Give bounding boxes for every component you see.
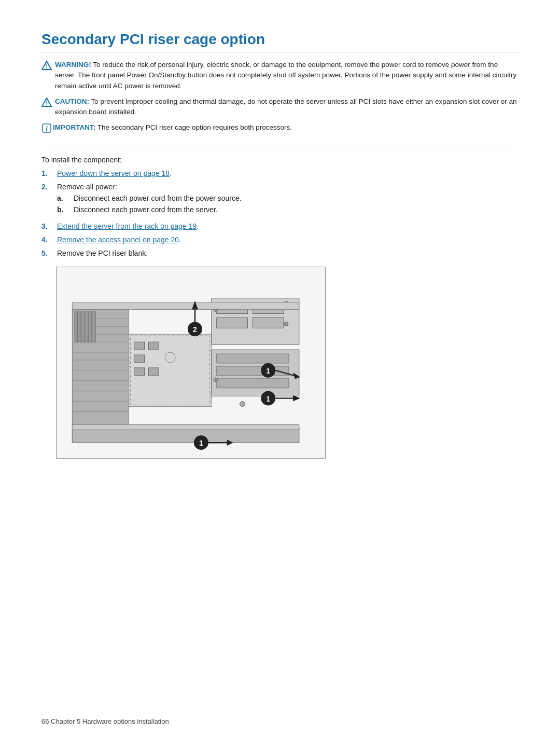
substep-2b-label: b. [57,205,74,214]
sub-steps-2: a. Disconnect each power cord from the p… [57,194,519,214]
substep-2b-text: Disconnect each power cord from the serv… [74,205,218,214]
svg-text:i: i [46,125,48,132]
steps-list: 1. Power down the server on page 18. 2. … [41,169,519,257]
svg-rect-29 [134,355,145,363]
svg-rect-42 [217,354,289,363]
substep-2a-text: Disconnect each power cord from the powe… [74,194,242,202]
svg-rect-30 [134,367,145,375]
svg-text:1: 1 [199,439,203,447]
step-1: 1. Power down the server on page 18. [41,169,519,177]
page-title: Secondary PCI riser cage option [41,31,519,52]
caution-label: CAUTION: [55,98,89,105]
server-diagram: 1 1 1 2 [56,267,326,459]
important-label: IMPORTANT: [53,123,95,131]
important-notice: i IMPORTANT: The secondary PCI riser cag… [41,122,519,133]
important-icon: i [41,123,51,132]
step-2-number: 2. [41,183,57,191]
svg-rect-47 [72,424,299,430]
step-1-content: Power down the server on page 18. [57,169,519,177]
intro-text: To install the component: [41,156,519,164]
step-1-link[interactable]: Power down the server on page 18 [57,169,170,177]
svg-rect-28 [148,342,159,350]
svg-point-40 [284,322,288,326]
step-4-number: 4. [41,236,57,244]
step-4: 4. Remove the access panel on page 20. [41,236,519,244]
step-5-text: Remove the PCI riser blank. [57,249,148,257]
notices-section: ! WARNING! To reduce the risk of persona… [41,60,519,146]
step-5-content: Remove the PCI riser blank. [57,249,519,257]
warning-text: WARNING! To reduce the risk of personal … [55,60,519,91]
svg-rect-27 [134,342,145,350]
step-3-link[interactable]: Extend the server from the rack on page … [57,222,197,230]
caution-notice: ! CAUTION: To prevent improper cooling a… [41,96,519,118]
svg-rect-36 [217,317,248,328]
step-3: 3. Extend the server from the rack on pa… [41,222,519,230]
step-2-content: Remove all power: a. Disconnect each pow… [57,183,519,217]
step-5-number: 5. [41,249,57,257]
svg-text:1: 1 [266,366,270,375]
svg-rect-37 [253,317,284,328]
warning-label: WARNING! [55,61,91,68]
svg-point-45 [214,377,218,381]
substep-2a-label: a. [57,194,74,202]
svg-point-65 [240,401,245,406]
svg-rect-48 [72,302,299,309]
svg-text:!: ! [46,63,48,70]
important-text: IMPORTANT: The secondary PCI riser cage … [53,122,292,133]
step-4-content: Remove the access panel on page 20. [57,236,519,244]
warning-notice: ! WARNING! To reduce the risk of persona… [41,60,519,91]
warning-icon: ! [41,60,52,72]
svg-rect-44 [217,378,289,388]
substep-2a: a. Disconnect each power cord from the p… [57,194,519,202]
svg-text:1: 1 [266,394,270,403]
step-2: 2. Remove all power: a. Disconnect each … [41,183,519,217]
step-5: 5. Remove the PCI riser blank. [41,249,519,257]
substep-2b: b. Disconnect each power cord from the s… [57,205,519,214]
diagram-svg: 1 1 1 2 [57,267,325,458]
step-4-link[interactable]: Remove the access panel on page 20 [57,236,179,244]
step-2-text: Remove all power: [57,183,117,191]
step-3-number: 3. [41,222,57,230]
footer-text: 66 Chapter 5 Hardware options installati… [41,717,169,725]
svg-rect-19 [75,311,95,342]
step-1-number: 1. [41,169,57,177]
svg-text:2: 2 [193,325,197,334]
caution-icon: ! [41,97,52,109]
svg-rect-31 [148,367,159,375]
svg-text:!: ! [46,100,48,106]
step-3-content: Extend the server from the rack on page … [57,222,519,230]
caution-text: CAUTION: To prevent improper cooling and… [55,96,519,118]
